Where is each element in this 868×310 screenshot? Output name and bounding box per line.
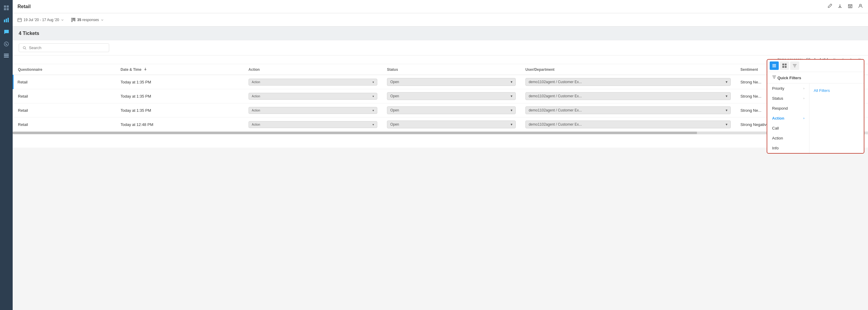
- filter-menu-title: Quick Filters: [777, 76, 801, 80]
- filter-menu-body: Priority › Status › Respond Ac: [767, 83, 864, 153]
- cell-action[interactable]: Action ▾: [244, 89, 382, 103]
- all-filters-btn[interactable]: All Filters: [814, 86, 860, 95]
- cell-datetime: Today at 1:35 PM: [116, 103, 244, 117]
- edit-icon[interactable]: [827, 3, 832, 10]
- cell-status[interactable]: Open ▾: [382, 103, 521, 117]
- filter-item-action[interactable]: Action ›: [767, 113, 809, 123]
- page-title: Retail: [18, 4, 31, 9]
- filter-item-respond[interactable]: Respond: [767, 103, 809, 113]
- svg-rect-0: [4, 5, 6, 7]
- table-row[interactable]: Retail Today at 1:35 PM Action ▾ Open ▾ …: [13, 75, 868, 89]
- chevron-right-icon-3: ›: [803, 116, 804, 120]
- cell-action[interactable]: Action ▾: [244, 117, 382, 132]
- cell-datetime: Today at 1:35 PM: [116, 75, 244, 89]
- header-actions: [827, 3, 863, 10]
- sidebar: [0, 0, 13, 310]
- view-controls-row: [767, 60, 864, 72]
- svg-rect-23: [782, 66, 784, 68]
- filter-menu-left: Priority › Status › Respond Ac: [767, 83, 809, 153]
- filter-item-action2[interactable]: Action: [767, 133, 809, 143]
- filter-item-call[interactable]: Call: [767, 123, 809, 133]
- top-header: Retail: [13, 0, 868, 13]
- table-body: Retail Today at 1:35 PM Action ▾ Open ▾ …: [13, 75, 868, 132]
- filter-menu-right: All Filters: [809, 83, 864, 153]
- svg-rect-9: [4, 55, 9, 56]
- cell-user[interactable]: demo1102agent / Customer Ex... ▾: [521, 75, 736, 89]
- col-action: Action: [244, 64, 382, 75]
- filter-item-status[interactable]: Status ›: [767, 93, 809, 103]
- svg-point-7: [4, 42, 8, 46]
- filter-menu-icon: [772, 75, 776, 79]
- svg-rect-16: [74, 18, 75, 21]
- grid-view-btn[interactable]: [780, 62, 789, 70]
- responses-label: 35 responses: [77, 18, 99, 22]
- chevron-right-icon-2: ›: [803, 97, 804, 100]
- scrollbar-thumb[interactable]: [13, 132, 697, 134]
- sidebar-icon-grid[interactable]: [1, 2, 12, 13]
- svg-point-12: [860, 4, 861, 6]
- table-scroll: Questionnaire Date & Time Action Status …: [13, 64, 868, 132]
- svg-point-17: [23, 46, 25, 48]
- sidebar-icon-table[interactable]: [1, 50, 12, 62]
- building-icon[interactable]: [847, 3, 853, 10]
- svg-rect-21: [782, 64, 784, 65]
- svg-rect-6: [7, 18, 9, 22]
- cell-action[interactable]: Action ▾: [244, 103, 382, 117]
- table-header: Questionnaire Date & Time Action Status …: [13, 64, 868, 75]
- table-row[interactable]: Retail Today at 1:35 PM Action ▾ Open ▾ …: [13, 103, 868, 117]
- svg-rect-2: [4, 8, 6, 10]
- cell-action[interactable]: Action ▾: [244, 75, 382, 89]
- filter-item-priority[interactable]: Priority ›: [767, 83, 809, 93]
- cell-user[interactable]: demo1102agent / Customer Ex... ▾: [521, 89, 736, 103]
- download-icon[interactable]: [837, 3, 843, 10]
- date-range-filter[interactable]: 19 Jul '20 - 17 Aug '20: [18, 18, 64, 22]
- cell-status[interactable]: Open ▾: [382, 89, 521, 103]
- svg-rect-20: [772, 67, 776, 67]
- chevron-right-icon: ›: [803, 87, 804, 90]
- bottom-pagination: Items per page: 50 1 - 4 of 4: [13, 134, 868, 148]
- cell-questionnaire: Retail: [13, 103, 116, 117]
- responses-filter[interactable]: 35 responses: [71, 18, 104, 22]
- cell-datetime: Today at 1:35 PM: [116, 89, 244, 103]
- tickets-table: Questionnaire Date & Time Action Status …: [13, 64, 868, 132]
- cell-user[interactable]: demo1102agent / Customer Ex... ▾: [521, 117, 736, 132]
- search-input[interactable]: [29, 45, 105, 50]
- cell-questionnaire: Retail: [13, 75, 116, 89]
- svg-rect-3: [7, 8, 9, 10]
- cell-datetime: Today at 12:48 PM: [116, 117, 244, 132]
- tickets-label: Tickets: [23, 31, 39, 36]
- cell-status[interactable]: Open ▾: [382, 117, 521, 132]
- svg-rect-8: [4, 54, 9, 55]
- svg-rect-1: [7, 5, 9, 7]
- tickets-header: 4 Tickets: [13, 27, 868, 40]
- sidebar-icon-chart[interactable]: [1, 14, 12, 25]
- filter-menu-header: Quick Filters: [767, 72, 864, 83]
- sidebar-icon-phone[interactable]: [1, 39, 12, 49]
- user-icon[interactable]: [858, 3, 863, 10]
- list-view-btn[interactable]: [770, 62, 779, 70]
- cell-status[interactable]: Open ▾: [382, 75, 521, 89]
- scrollbar-track[interactable]: [13, 132, 868, 134]
- svg-rect-14: [71, 18, 72, 22]
- filter-item-info[interactable]: Info: [767, 143, 809, 153]
- col-questionnaire: Questionnaire: [13, 64, 116, 75]
- cell-user[interactable]: demo1102agent / Customer Ex... ▾: [521, 103, 736, 117]
- content-area: 4 Tickets Items per page: 50 1 - 4 of 4: [13, 27, 868, 310]
- table-row[interactable]: Retail Today at 1:35 PM Action ▾ Open ▾ …: [13, 89, 868, 103]
- tickets-count: 4: [19, 31, 22, 36]
- col-datetime[interactable]: Date & Time: [116, 64, 244, 75]
- svg-rect-13: [18, 19, 22, 22]
- table-row[interactable]: Retail Today at 12:48 PM Action ▾ Open ▾…: [13, 117, 868, 132]
- svg-rect-19: [772, 65, 776, 66]
- filter-view-btn[interactable]: [790, 62, 799, 70]
- svg-rect-24: [785, 66, 786, 68]
- search-icon: [23, 46, 27, 50]
- col-status: Status: [382, 64, 521, 75]
- search-input-wrap[interactable]: [19, 43, 109, 52]
- sidebar-icon-chat[interactable]: [1, 27, 12, 37]
- cell-questionnaire: Retail: [13, 117, 116, 132]
- svg-rect-22: [785, 64, 786, 65]
- svg-rect-4: [4, 20, 5, 22]
- search-bar: [13, 40, 868, 56]
- controls-panel: Quick Filters Priority › Status ›: [767, 59, 864, 153]
